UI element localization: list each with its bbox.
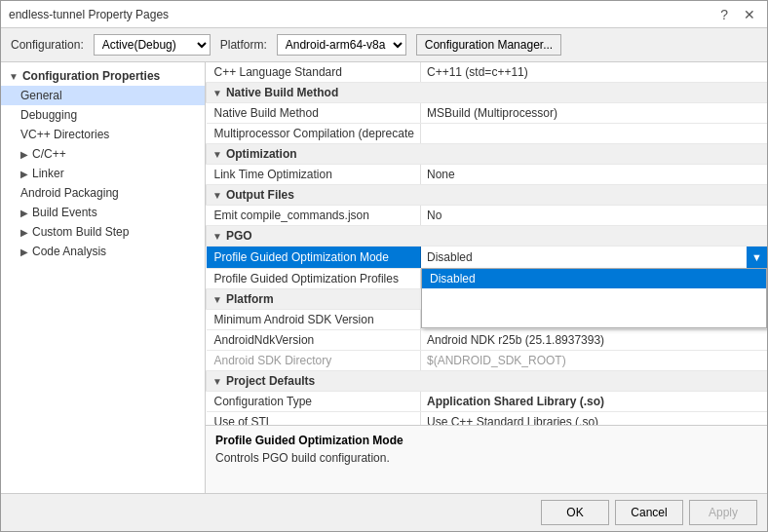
- section-label: ▼Optimization: [207, 144, 768, 165]
- sidebar-label-code-analysis: Code Analysis: [32, 245, 106, 258]
- title-bar-controls: ? ✕: [716, 7, 759, 22]
- config-bar: Configuration: Active(Debug) Platform: A…: [1, 28, 767, 62]
- pgo-mode-value-cell: Disabled ▼ Disabled Instrumented Optimiz…: [421, 247, 768, 269]
- dropdown-option-instrumented[interactable]: Instrumented: [422, 288, 766, 308]
- expand-icon-cpp: ▶: [20, 149, 28, 160]
- expand-icon-custom-build-step: ▶: [20, 227, 28, 238]
- sidebar-label-config-properties: Configuration Properties: [22, 69, 160, 83]
- prop-label: AndroidNdkVersion: [207, 330, 421, 351]
- expand-icon-linker: ▶: [20, 169, 28, 179]
- sidebar-item-general[interactable]: General: [1, 86, 205, 105]
- sidebar-label-android-packaging: Android Packaging: [20, 186, 119, 200]
- platform-select[interactable]: Android-arm64-v8a: [277, 34, 406, 56]
- sidebar-item-code-analysis[interactable]: ▶ Code Analysis: [1, 242, 205, 261]
- platform-label: Platform:: [220, 38, 267, 52]
- prop-label: Multiprocessor Compilation (deprecate: [207, 124, 421, 144]
- section-label: ▼Output Files: [207, 185, 768, 206]
- sidebar-item-linker[interactable]: ▶ Linker: [1, 164, 205, 183]
- prop-label: Native Build Method: [207, 103, 421, 124]
- collapse-icon: ▼: [9, 71, 19, 82]
- properties-table: C++ Language Standard C++11 (std=c++11) …: [206, 62, 767, 425]
- prop-label: Configuration Type: [207, 392, 421, 412]
- expand-icon-code-analysis: ▶: [20, 247, 28, 257]
- sidebar-label-vc-directories: VC++ Directories: [20, 128, 109, 141]
- prop-label: Android SDK Directory: [207, 351, 421, 371]
- dropdown-option-optimized[interactable]: Optimized: [422, 308, 766, 327]
- prop-label: Minimum Android SDK Version: [207, 310, 421, 330]
- dropdown-option-disabled[interactable]: Disabled: [422, 269, 766, 288]
- cancel-button[interactable]: Cancel: [615, 500, 683, 525]
- table-row: Configuration Type Application Shared Li…: [207, 392, 768, 412]
- prop-value: None: [421, 165, 768, 185]
- ok-button[interactable]: OK: [541, 500, 609, 525]
- description-text: Controls PGO build configuration.: [215, 451, 757, 465]
- table-row: Link Time Optimization None: [207, 165, 768, 185]
- sidebar-label-build-events: Build Events: [32, 206, 97, 219]
- section-label: ▼PGO: [207, 226, 768, 247]
- pgo-mode-value: Disabled: [421, 250, 747, 264]
- prop-value: Use C++ Standard Libraries (.so): [421, 412, 768, 426]
- prop-value: Android NDK r25b (25.1.8937393): [421, 330, 768, 351]
- sidebar-label-debugging: Debugging: [20, 108, 77, 122]
- prop-value: $(ANDROID_SDK_ROOT): [421, 351, 768, 371]
- footer: OK Cancel Apply: [1, 493, 767, 531]
- sidebar-item-cpp[interactable]: ▶ C/C++: [1, 144, 205, 164]
- description-title: Profile Guided Optimization Mode: [215, 434, 757, 447]
- section-label: ▼Project Defaults: [207, 371, 768, 392]
- right-panel: C++ Language Standard C++11 (std=c++11) …: [206, 62, 767, 493]
- prop-value: MSBuild (Multiprocessor): [421, 103, 768, 124]
- close-button[interactable]: ✕: [740, 7, 759, 22]
- sidebar-label-general: General: [20, 89, 62, 102]
- main-content: ▼ Configuration Properties General Debug…: [1, 62, 767, 493]
- sidebar-item-debugging[interactable]: Debugging: [1, 105, 205, 125]
- description-panel: Profile Guided Optimization Mode Control…: [206, 425, 767, 493]
- prop-label: Emit compile_commands.json: [207, 206, 421, 226]
- configuration-manager-button[interactable]: Configuration Manager...: [416, 34, 561, 56]
- sidebar-item-vc-directories[interactable]: VC++ Directories: [1, 125, 205, 144]
- prop-value: Application Shared Library (.so): [421, 392, 768, 412]
- pgo-mode-row[interactable]: Profile Guided Optimization Mode Disable…: [207, 247, 768, 269]
- prop-value: No: [421, 206, 768, 226]
- table-row: AndroidNdkVersion Android NDK r25b (25.1…: [207, 330, 768, 351]
- properties-table-container: C++ Language Standard C++11 (std=c++11) …: [206, 62, 767, 425]
- expand-icon-build-events: ▶: [20, 208, 28, 218]
- main-window: endless-tunnel Property Pages ? ✕ Config…: [0, 0, 768, 532]
- sidebar-item-android-packaging[interactable]: Android Packaging: [1, 183, 205, 203]
- configuration-select[interactable]: Active(Debug): [94, 34, 211, 56]
- title-bar: endless-tunnel Property Pages ? ✕: [1, 1, 767, 28]
- pgo-mode-label: Profile Guided Optimization Mode: [207, 247, 421, 269]
- sidebar-label-linker: Linker: [32, 167, 64, 180]
- sidebar-item-config-properties[interactable]: ▼ Configuration Properties: [1, 66, 205, 86]
- section-label: ▼Native Build Method: [207, 83, 768, 103]
- window-title: endless-tunnel Property Pages: [9, 8, 169, 21]
- sidebar-item-custom-build-step[interactable]: ▶ Custom Build Step: [1, 222, 205, 242]
- pgo-dropdown-popup: Disabled Instrumented Optimized: [421, 268, 767, 328]
- prop-label: C++ Language Standard: [207, 62, 421, 83]
- section-row: ▼Project Defaults: [207, 371, 768, 392]
- sidebar-item-build-events[interactable]: ▶ Build Events: [1, 203, 205, 222]
- table-row: Emit compile_commands.json No: [207, 206, 768, 226]
- table-row: Native Build Method MSBuild (Multiproces…: [207, 103, 768, 124]
- section-row: ▼Output Files: [207, 185, 768, 206]
- table-row: Use of STL Use C++ Standard Libraries (.…: [207, 412, 768, 426]
- pgo-profiles-label: Profile Guided Optimization Profiles: [207, 269, 421, 289]
- pgo-dropdown-arrow[interactable]: ▼: [747, 247, 767, 268]
- prop-label: Link Time Optimization: [207, 165, 421, 185]
- sidebar-label-cpp: C/C++: [32, 147, 66, 161]
- apply-button[interactable]: Apply: [689, 500, 757, 525]
- help-button[interactable]: ?: [716, 7, 732, 22]
- table-row: Android SDK Directory $(ANDROID_SDK_ROOT…: [207, 351, 768, 371]
- section-row: ▼PGO: [207, 226, 768, 247]
- prop-value: C++11 (std=c++11): [421, 62, 768, 83]
- section-row: ▼Native Build Method: [207, 83, 768, 103]
- sidebar-label-custom-build-step: Custom Build Step: [32, 225, 129, 239]
- table-row: C++ Language Standard C++11 (std=c++11): [207, 62, 768, 83]
- prop-value: [421, 124, 768, 144]
- sidebar: ▼ Configuration Properties General Debug…: [1, 62, 206, 493]
- section-row: ▼Optimization: [207, 144, 768, 165]
- config-label: Configuration:: [11, 38, 84, 52]
- prop-label: Use of STL: [207, 412, 421, 426]
- table-row: Multiprocessor Compilation (deprecate: [207, 124, 768, 144]
